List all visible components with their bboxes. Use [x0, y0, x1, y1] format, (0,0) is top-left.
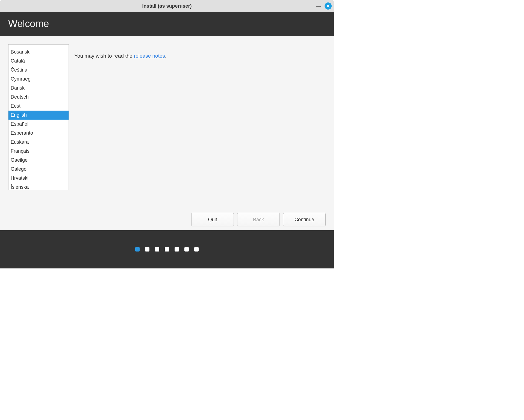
progress-dot [184, 247, 189, 252]
language-option[interactable]: Čeština [8, 66, 69, 75]
language-option[interactable]: Hrvatski [8, 174, 69, 183]
language-option[interactable]: Dansk [8, 84, 69, 93]
language-option[interactable]: Euskara [8, 138, 69, 147]
language-option[interactable]: Eesti [8, 102, 69, 111]
language-option[interactable]: Français [8, 147, 69, 156]
release-notes-link[interactable]: release notes [134, 53, 165, 59]
progress-dot [175, 247, 179, 252]
language-option[interactable]: Català [8, 57, 69, 66]
language-option[interactable]: Español [8, 120, 69, 129]
back-button[interactable]: Back [237, 213, 280, 226]
language-option[interactable]: Cymraeg [8, 75, 69, 84]
language-option[interactable]: Esperanto [8, 129, 69, 138]
progress-dot [155, 247, 159, 252]
language-option[interactable]: Gaeilge [8, 156, 69, 165]
continue-button[interactable]: Continue [283, 213, 326, 226]
progress-dot [145, 247, 149, 252]
release-notes-prefix: You may wish to read the [74, 53, 134, 59]
page-header: Welcome [0, 12, 334, 36]
progress-dots [0, 230, 334, 268]
close-button[interactable] [325, 2, 332, 10]
language-option[interactable]: Galego [8, 165, 69, 174]
language-listbox[interactable]: Bahasa IndonesiaBosanskiCatalàČeštinaCym… [8, 44, 69, 190]
language-option[interactable]: Íslenska [8, 183, 69, 190]
language-option[interactable]: Deutsch [8, 93, 69, 102]
minimize-button[interactable] [315, 3, 322, 9]
progress-dot [194, 247, 199, 252]
progress-dot [165, 247, 169, 252]
window-title: Install (as superuser) [142, 3, 192, 9]
page-title: Welcome [8, 18, 326, 29]
main-text: You may wish to read the release notes. [74, 44, 326, 206]
language-option[interactable]: English [8, 111, 69, 120]
language-option[interactable]: Bahasa Indonesia [8, 44, 69, 48]
release-notes-suffix: . [165, 53, 166, 59]
language-option[interactable]: Bosanski [8, 48, 69, 57]
titlebar: Install (as superuser) [0, 0, 334, 12]
quit-button[interactable]: Quit [191, 213, 234, 226]
progress-dot [135, 247, 140, 252]
button-bar: Quit Back Continue [0, 209, 334, 230]
